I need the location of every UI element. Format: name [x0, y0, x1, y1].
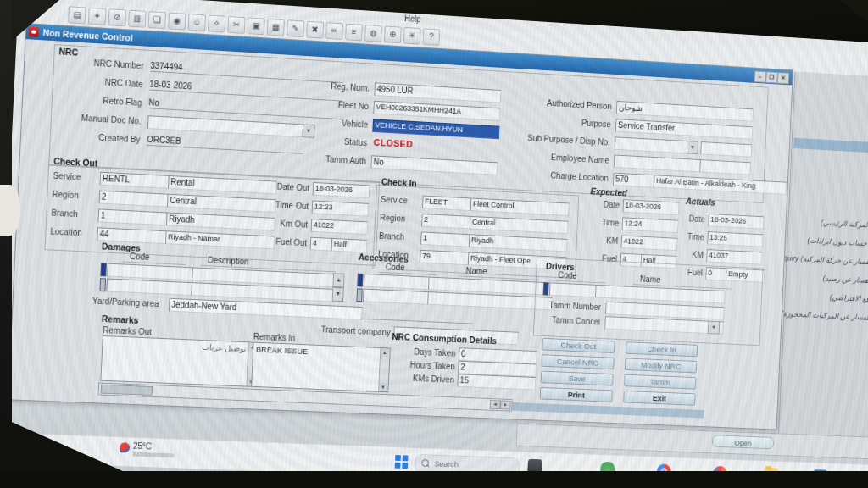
remarks-in-scrollbar[interactable]: ▲▼	[378, 348, 390, 391]
list-icon[interactable]: ≡	[345, 24, 363, 42]
co-branch-label: Branch	[51, 208, 78, 221]
kms-driven-label: KMs Driven	[395, 373, 455, 386]
co-location-label: Location	[50, 227, 82, 240]
act-time-label: Time	[671, 231, 704, 243]
execute-query-icon[interactable]: ✦	[88, 8, 107, 25]
remarks-in-textarea[interactable]: BREAK ISSUE ▲▼	[251, 342, 391, 393]
scroll-right-arrow[interactable]: ►	[500, 400, 511, 409]
open-button[interactable]: Open	[712, 435, 775, 449]
drivers-row1-code-field[interactable]	[549, 282, 598, 297]
hours-taken-label: Hours Taken	[395, 359, 455, 373]
ci-location-code-field[interactable]: 79	[420, 250, 470, 265]
ci-service-code-field[interactable]: FLEET	[422, 196, 472, 212]
asterisk-icon[interactable]: ✳	[403, 27, 421, 45]
attachment-icon[interactable]: ⊕	[384, 25, 402, 43]
check-out-button[interactable]: Check Out	[542, 338, 615, 353]
restore-button[interactable]: ❐	[765, 71, 777, 83]
exp-date-field[interactable]: 18-03-2026	[622, 199, 679, 215]
insert-record-icon[interactable]: ✎	[287, 19, 304, 37]
bezel-bottom	[0, 471, 868, 488]
cut-icon[interactable]: ✂	[227, 16, 245, 34]
exp-km-label: KM	[581, 235, 618, 247]
panel-header-band	[793, 138, 868, 154]
actuals-section-title: Actuals	[686, 196, 715, 208]
delete-record-icon[interactable]: ✖	[306, 21, 324, 39]
scroll-left-arrow[interactable]: ◄	[490, 400, 501, 409]
date-out-label: Date Out	[267, 181, 310, 194]
ci-region-code-field[interactable]: 2	[421, 214, 471, 230]
exp-time-field[interactable]: 12:24	[621, 217, 678, 233]
act-date-field[interactable]: 18-03-2026	[708, 214, 764, 230]
expected-section-title: Expected	[590, 186, 627, 199]
yard-parking-label: Yard/Parking area	[92, 297, 159, 310]
nrc-window: Non Revenue Control – ❐ ✕ NRC NRC Number…	[8, 23, 793, 430]
mouse-icon[interactable]: ◉	[168, 13, 186, 30]
damages-row2-indicator[interactable]	[99, 278, 106, 291]
edit-icon[interactable]: ✏	[326, 22, 343, 40]
accessories-row2-indicator[interactable]	[356, 288, 362, 302]
cancel-query-icon[interactable]: ⊘	[108, 8, 126, 26]
tamm-button[interactable]: Tamm	[624, 374, 696, 390]
start-button[interactable]	[395, 455, 409, 469]
background-task-panel: (ملف المركبة الرئيسي) (ضبط حساب ديون اير…	[778, 71, 868, 446]
bezel-top-right	[839, 0, 868, 22]
menu-help[interactable]: Help	[404, 14, 421, 25]
globe-icon[interactable]: ◍	[364, 25, 382, 42]
keys-icon[interactable]: ✧	[208, 14, 225, 32]
co-service-label: Service	[53, 171, 81, 184]
damages-row1-indicator[interactable]	[100, 263, 107, 276]
user-icon[interactable]: ☺	[188, 14, 206, 31]
km-out-field[interactable]: 41022	[311, 219, 369, 235]
monitor-screen: Help ▤ ✦ ⊘ ▥ ❏ ◉ ☺ ✧ ✂ ▣ ▦ ✎ ✖ ✏ ≡ ◍ ⊕ ✳…	[0, 0, 868, 488]
close-button[interactable]: ✕	[777, 72, 789, 84]
act-time-field[interactable]: 13:25	[707, 231, 763, 247]
oracle-icon	[29, 26, 39, 37]
time-out-field[interactable]: 12:23	[312, 200, 370, 216]
modify-nrc-button[interactable]: Modify NRC	[625, 358, 697, 373]
disp-no-field[interactable]	[700, 141, 752, 158]
search-placeholder: Search	[434, 459, 459, 469]
fuel-out-desc-field[interactable]: Half	[331, 238, 368, 253]
bezel-left	[0, 0, 12, 488]
co-region-label: Region	[52, 190, 79, 202]
remarks-out-textarea[interactable]: توصيل عربات ▲▼	[100, 336, 259, 387]
accessories-row2-code-field[interactable]	[363, 289, 430, 305]
act-km-label: KM	[670, 249, 704, 261]
accessories-row1-code-field[interactable]	[364, 274, 431, 290]
check-in-button[interactable]: Check In	[626, 341, 698, 357]
damages-row2-code-field[interactable]	[106, 279, 193, 297]
copy-icon[interactable]: ▣	[248, 17, 265, 35]
ci-region-label: Region	[380, 213, 406, 225]
ci-branch-label: Branch	[379, 231, 405, 243]
charge-location-code-field[interactable]: 570	[613, 173, 654, 188]
help-icon[interactable]: ?	[423, 28, 441, 46]
save-button[interactable]: Save	[541, 371, 614, 386]
damages-code-header: Code	[123, 252, 186, 265]
ci-branch-code-field[interactable]: 1	[420, 231, 470, 247]
tamm-cancel-dropdown-icon[interactable]: ▼	[708, 321, 720, 335]
open-folder-icon[interactable]: ▥	[128, 10, 147, 28]
print-icon[interactable]: ❏	[148, 11, 166, 29]
drivers-row1-indicator[interactable]	[542, 282, 548, 296]
print-button[interactable]: Print	[540, 387, 613, 402]
scrollbar-thumb[interactable]	[101, 385, 153, 396]
damages-scroll-up[interactable]: ▲	[332, 273, 344, 287]
paste-icon[interactable]: ▦	[267, 19, 285, 36]
cancel-nrc-button[interactable]: Cancel NRC	[541, 354, 614, 369]
sub-purpose-dropdown-icon[interactable]: ▼	[687, 141, 698, 154]
weather-icon	[120, 442, 130, 452]
fuel-out-code-field[interactable]: 4	[310, 237, 334, 252]
days-taken-label: Days Taken	[396, 347, 456, 360]
search-icon	[421, 459, 429, 467]
employee-name-field-2[interactable]	[699, 159, 751, 175]
exit-button[interactable]: Exit	[623, 391, 695, 406]
window-title: Non Revenue Control	[42, 27, 133, 42]
kms-driven-field[interactable]: 15	[457, 374, 536, 390]
save-icon[interactable]: ▤	[68, 6, 86, 24]
act-km-field[interactable]: 41037	[706, 249, 762, 265]
damages-row1-code-field[interactable]	[107, 263, 194, 281]
damages-scroll-down[interactable]: ▼	[332, 287, 344, 302]
minimize-button[interactable]: –	[754, 70, 766, 82]
exp-km-field[interactable]: 41022	[620, 235, 677, 251]
accessories-row1-indicator[interactable]	[357, 274, 363, 287]
